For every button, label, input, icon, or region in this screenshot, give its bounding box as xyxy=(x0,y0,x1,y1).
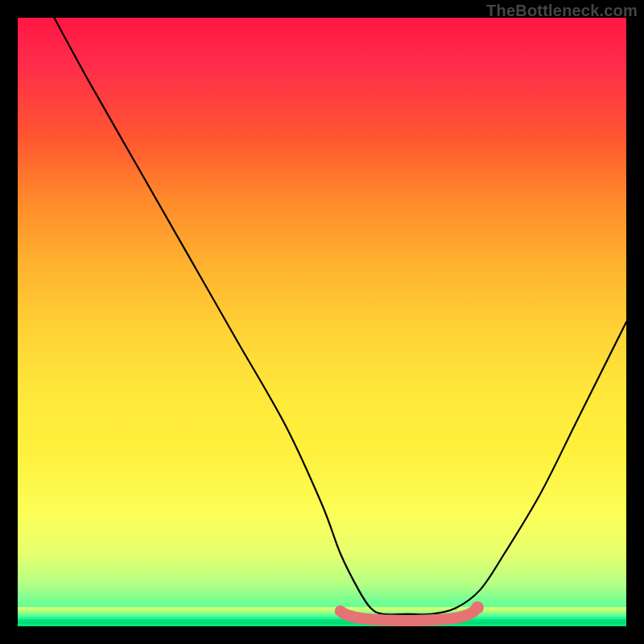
gradient-band xyxy=(18,621,626,624)
chart-frame xyxy=(18,18,626,626)
heatmap-gradient xyxy=(18,18,626,626)
watermark-text: TheBottleneck.com xyxy=(486,2,638,20)
